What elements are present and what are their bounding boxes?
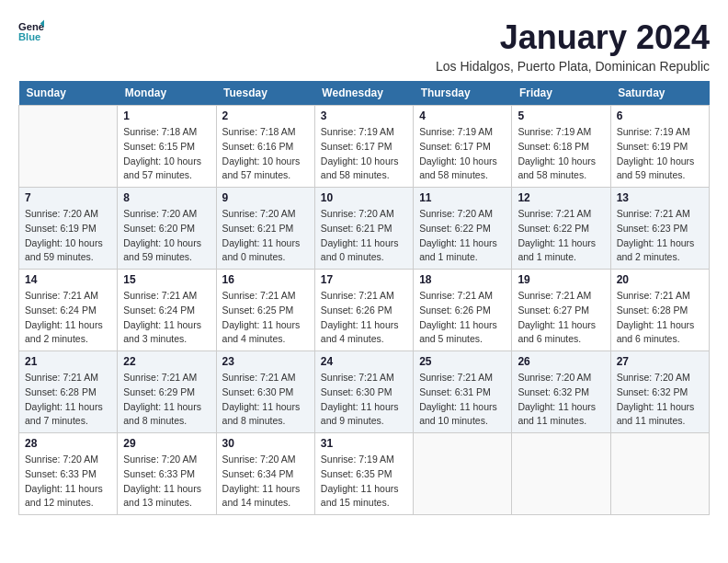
day-number: 6 (617, 109, 703, 122)
calendar-cell: 7Sunrise: 7:20 AMSunset: 6:19 PMDaylight… (19, 188, 118, 270)
day-number: 2 (222, 109, 309, 122)
day-info: Sunrise: 7:21 AMSunset: 6:30 PMDaylight:… (222, 371, 309, 429)
day-number: 17 (321, 273, 407, 286)
day-info: Sunrise: 7:21 AMSunset: 6:25 PMDaylight:… (222, 289, 309, 347)
day-number: 20 (617, 273, 703, 286)
calendar-cell: 13Sunrise: 7:21 AMSunset: 6:23 PMDayligh… (610, 188, 709, 270)
day-number: 19 (518, 273, 604, 286)
day-info: Sunrise: 7:21 AMSunset: 6:22 PMDaylight:… (518, 207, 604, 265)
calendar-cell: 22Sunrise: 7:21 AMSunset: 6:29 PMDayligh… (118, 351, 216, 433)
day-info: Sunrise: 7:19 AMSunset: 6:19 PMDaylight:… (617, 125, 703, 183)
day-number: 15 (123, 273, 210, 286)
day-info: Sunrise: 7:21 AMSunset: 6:26 PMDaylight:… (419, 289, 506, 347)
day-info: Sunrise: 7:19 AMSunset: 6:18 PMDaylight:… (518, 125, 604, 183)
calendar-week-row: 7Sunrise: 7:20 AMSunset: 6:19 PMDaylight… (19, 188, 710, 270)
day-number: 26 (518, 355, 604, 368)
day-info: Sunrise: 7:19 AMSunset: 6:17 PMDaylight:… (419, 125, 506, 183)
day-number: 28 (25, 437, 111, 450)
calendar-cell: 11Sunrise: 7:20 AMSunset: 6:22 PMDayligh… (414, 188, 512, 270)
calendar-cell: 2Sunrise: 7:18 AMSunset: 6:16 PMDaylight… (216, 106, 314, 188)
day-number: 21 (25, 355, 111, 368)
day-info: Sunrise: 7:21 AMSunset: 6:29 PMDaylight:… (123, 371, 210, 429)
day-number: 7 (25, 191, 111, 204)
calendar-cell: 29Sunrise: 7:20 AMSunset: 6:33 PMDayligh… (118, 433, 216, 515)
day-info: Sunrise: 7:18 AMSunset: 6:16 PMDaylight:… (222, 125, 309, 183)
day-number: 12 (518, 191, 604, 204)
day-info: Sunrise: 7:19 AMSunset: 6:35 PMDaylight:… (321, 453, 407, 511)
calendar-cell: 6Sunrise: 7:19 AMSunset: 6:19 PMDaylight… (610, 106, 709, 188)
calendar-cell: 9Sunrise: 7:20 AMSunset: 6:21 PMDaylight… (216, 188, 314, 270)
calendar-table: SundayMondayTuesdayWednesdayThursdayFrid… (18, 81, 710, 515)
day-number: 24 (321, 355, 407, 368)
day-info: Sunrise: 7:20 AMSunset: 6:33 PMDaylight:… (123, 453, 210, 511)
calendar-cell: 4Sunrise: 7:19 AMSunset: 6:17 PMDaylight… (414, 106, 512, 188)
page-header: General Blue January 2024 Los Hidalgos, … (18, 18, 710, 74)
day-info: Sunrise: 7:20 AMSunset: 6:20 PMDaylight:… (123, 207, 210, 265)
day-header-wednesday: Wednesday (314, 81, 413, 106)
day-info: Sunrise: 7:20 AMSunset: 6:21 PMDaylight:… (222, 207, 309, 265)
day-header-thursday: Thursday (414, 81, 512, 106)
day-info: Sunrise: 7:20 AMSunset: 6:22 PMDaylight:… (419, 207, 506, 265)
day-number: 23 (222, 355, 309, 368)
calendar-week-row: 14Sunrise: 7:21 AMSunset: 6:24 PMDayligh… (19, 270, 710, 351)
day-number: 4 (419, 109, 506, 122)
logo-icon: General Blue (18, 18, 44, 44)
day-info: Sunrise: 7:21 AMSunset: 6:30 PMDaylight:… (321, 371, 407, 429)
calendar-cell: 16Sunrise: 7:21 AMSunset: 6:25 PMDayligh… (216, 270, 314, 351)
calendar-cell: 10Sunrise: 7:20 AMSunset: 6:21 PMDayligh… (314, 188, 413, 270)
calendar-cell: 31Sunrise: 7:19 AMSunset: 6:35 PMDayligh… (314, 433, 413, 515)
day-number: 1 (123, 109, 210, 122)
calendar-cell (414, 433, 512, 515)
day-number: 3 (321, 109, 407, 122)
day-info: Sunrise: 7:21 AMSunset: 6:26 PMDaylight:… (321, 289, 407, 347)
calendar-cell (512, 433, 610, 515)
day-number: 8 (123, 191, 210, 204)
day-number: 13 (617, 191, 703, 204)
calendar-cell: 5Sunrise: 7:19 AMSunset: 6:18 PMDaylight… (512, 106, 610, 188)
calendar-cell: 3Sunrise: 7:19 AMSunset: 6:17 PMDaylight… (314, 106, 413, 188)
day-number: 29 (123, 437, 210, 450)
calendar-cell: 26Sunrise: 7:20 AMSunset: 6:32 PMDayligh… (512, 351, 610, 433)
svg-text:General: General (18, 21, 44, 32)
title-block: January 2024 Los Hidalgos, Puerto Plata,… (436, 18, 710, 74)
calendar-header-row: SundayMondayTuesdayWednesdayThursdayFrid… (19, 81, 710, 106)
day-number: 5 (518, 109, 604, 122)
calendar-week-row: 28Sunrise: 7:20 AMSunset: 6:33 PMDayligh… (19, 433, 710, 515)
location-subtitle: Los Hidalgos, Puerto Plata, Dominican Re… (436, 59, 710, 74)
day-info: Sunrise: 7:21 AMSunset: 6:24 PMDaylight:… (25, 289, 111, 347)
calendar-cell: 17Sunrise: 7:21 AMSunset: 6:26 PMDayligh… (314, 270, 413, 351)
day-info: Sunrise: 7:21 AMSunset: 6:24 PMDaylight:… (123, 289, 210, 347)
day-info: Sunrise: 7:20 AMSunset: 6:32 PMDaylight:… (617, 371, 703, 429)
day-info: Sunrise: 7:21 AMSunset: 6:28 PMDaylight:… (617, 289, 703, 347)
calendar-cell: 21Sunrise: 7:21 AMSunset: 6:28 PMDayligh… (19, 351, 118, 433)
calendar-cell: 28Sunrise: 7:20 AMSunset: 6:33 PMDayligh… (19, 433, 118, 515)
svg-text:Blue: Blue (18, 31, 40, 42)
day-info: Sunrise: 7:20 AMSunset: 6:34 PMDaylight:… (222, 453, 309, 511)
calendar-cell (19, 106, 118, 188)
month-title: January 2024 (436, 18, 710, 57)
day-info: Sunrise: 7:21 AMSunset: 6:23 PMDaylight:… (617, 207, 703, 265)
calendar-cell: 1Sunrise: 7:18 AMSunset: 6:15 PMDaylight… (118, 106, 216, 188)
day-number: 31 (321, 437, 407, 450)
day-info: Sunrise: 7:18 AMSunset: 6:15 PMDaylight:… (123, 125, 210, 183)
calendar-cell: 19Sunrise: 7:21 AMSunset: 6:27 PMDayligh… (512, 270, 610, 351)
day-info: Sunrise: 7:21 AMSunset: 6:27 PMDaylight:… (518, 289, 604, 347)
day-header-tuesday: Tuesday (216, 81, 314, 106)
calendar-cell: 30Sunrise: 7:20 AMSunset: 6:34 PMDayligh… (216, 433, 314, 515)
day-number: 10 (321, 191, 407, 204)
calendar-cell: 20Sunrise: 7:21 AMSunset: 6:28 PMDayligh… (610, 270, 709, 351)
day-info: Sunrise: 7:21 AMSunset: 6:28 PMDaylight:… (25, 371, 111, 429)
day-header-friday: Friday (512, 81, 610, 106)
day-info: Sunrise: 7:20 AMSunset: 6:19 PMDaylight:… (25, 207, 111, 265)
day-header-saturday: Saturday (610, 81, 709, 106)
day-number: 22 (123, 355, 210, 368)
calendar-week-row: 1Sunrise: 7:18 AMSunset: 6:15 PMDaylight… (19, 106, 710, 188)
calendar-cell: 8Sunrise: 7:20 AMSunset: 6:20 PMDaylight… (118, 188, 216, 270)
calendar-cell: 14Sunrise: 7:21 AMSunset: 6:24 PMDayligh… (19, 270, 118, 351)
calendar-cell: 18Sunrise: 7:21 AMSunset: 6:26 PMDayligh… (414, 270, 512, 351)
calendar-cell: 27Sunrise: 7:20 AMSunset: 6:32 PMDayligh… (610, 351, 709, 433)
day-number: 16 (222, 273, 309, 286)
calendar-cell: 25Sunrise: 7:21 AMSunset: 6:31 PMDayligh… (414, 351, 512, 433)
day-info: Sunrise: 7:20 AMSunset: 6:21 PMDaylight:… (321, 207, 407, 265)
calendar-cell: 24Sunrise: 7:21 AMSunset: 6:30 PMDayligh… (314, 351, 413, 433)
